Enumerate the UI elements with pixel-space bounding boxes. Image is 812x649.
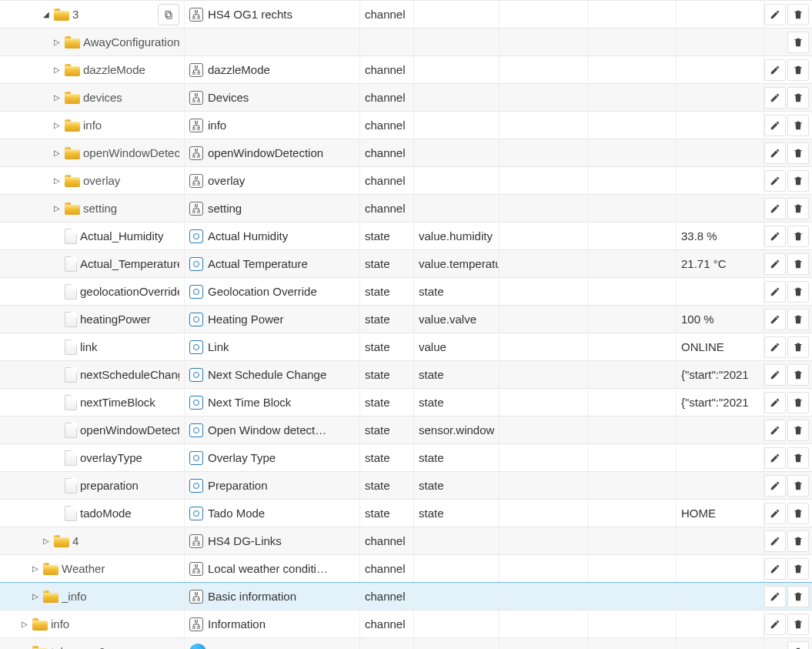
delete-button[interactable] xyxy=(787,281,809,303)
table-row[interactable]: openWindowDetectedOpen Window detect…sta… xyxy=(0,416,812,444)
table-row[interactable]: ▷settingsettingchannel xyxy=(0,195,812,222)
table-row[interactable]: ▷infoInformationchannel xyxy=(0,611,812,638)
delete-button[interactable] xyxy=(787,32,809,53)
edit-button[interactable] xyxy=(764,59,786,81)
expander-expand-icon[interactable]: ▷ xyxy=(52,176,62,186)
expander-expand-icon[interactable]: ▷ xyxy=(31,592,40,601)
delete-button[interactable] xyxy=(787,4,809,25)
cell-value[interactable] xyxy=(677,638,764,649)
delete-button[interactable] xyxy=(787,475,809,497)
edit-button[interactable] xyxy=(764,392,786,413)
delete-button[interactable] xyxy=(787,503,809,524)
cell-value[interactable] xyxy=(677,444,764,471)
table-row[interactable]: overlayTypeOverlay Typestatestate xyxy=(0,444,812,472)
edit-button[interactable] xyxy=(764,142,786,164)
cell-value[interactable]: HOME xyxy=(677,500,764,527)
delete-button[interactable] xyxy=(787,198,809,219)
delete-button[interactable] xyxy=(787,392,809,413)
delete-button[interactable] xyxy=(787,253,809,275)
cell-value[interactable]: 33.8 % xyxy=(677,222,764,249)
delete-button[interactable] xyxy=(787,614,809,635)
edit-button[interactable] xyxy=(764,447,786,469)
edit-button[interactable] xyxy=(764,586,786,607)
cell-value[interactable] xyxy=(677,139,764,166)
delete-button[interactable] xyxy=(787,447,809,469)
cell-value[interactable]: {"start":"2021 xyxy=(677,361,764,388)
edit-button[interactable] xyxy=(764,226,786,247)
table-row[interactable]: ▷dazzleModedazzleModechannel xyxy=(0,56,812,84)
expander-expand-icon[interactable]: ▷ xyxy=(52,204,62,213)
cell-value[interactable]: ONLINE xyxy=(677,333,764,360)
table-row[interactable]: ▷_infoBasic informationchannel xyxy=(0,583,812,611)
delete-button[interactable] xyxy=(787,142,809,164)
edit-button[interactable] xyxy=(764,336,786,358)
edit-button[interactable] xyxy=(764,198,786,219)
table-row[interactable]: tadoModeTado ModestatestateHOME xyxy=(0,500,812,527)
delete-button[interactable] xyxy=(787,59,809,81)
cell-value[interactable] xyxy=(677,84,764,111)
delete-button[interactable] xyxy=(787,170,809,192)
copy-button[interactable] xyxy=(158,4,179,25)
table-row[interactable]: ▷overlayoverlaychannel xyxy=(0,167,812,195)
delete-button[interactable] xyxy=(787,586,809,607)
delete-button[interactable] xyxy=(787,309,809,330)
edit-button[interactable] xyxy=(764,614,786,635)
expander-expand-icon[interactable]: ▷ xyxy=(42,537,51,546)
expander-expand-icon[interactable]: ▷ xyxy=(52,38,62,47)
edit-button[interactable] xyxy=(764,4,786,25)
edit-button[interactable] xyxy=(764,253,786,275)
expander-expand-icon[interactable]: ▷ xyxy=(52,93,62,102)
table-row[interactable]: ▷infoinfochannel xyxy=(0,112,812,139)
table-row[interactable]: linkLinkstatevalueONLINE xyxy=(0,333,812,361)
table-row[interactable]: telegram.0 xyxy=(0,638,812,649)
cell-value[interactable] xyxy=(677,583,764,610)
cell-value[interactable] xyxy=(677,472,764,499)
expander-expand-icon[interactable]: ▷ xyxy=(52,121,62,130)
cell-value[interactable] xyxy=(677,1,764,28)
delete-button[interactable] xyxy=(787,641,809,650)
table-row[interactable]: nextScheduleChangeNext Schedule Changest… xyxy=(0,361,812,389)
edit-button[interactable] xyxy=(764,309,786,330)
edit-button[interactable] xyxy=(764,420,786,441)
cell-value[interactable] xyxy=(677,555,764,582)
cell-value[interactable] xyxy=(677,56,764,83)
delete-button[interactable] xyxy=(787,558,809,580)
expander-expand-icon[interactable]: ▷ xyxy=(20,620,29,629)
cell-value[interactable] xyxy=(677,416,764,443)
expander-expand-icon[interactable]: ▷ xyxy=(52,65,62,75)
table-row[interactable]: Actual_HumidityActual Humiditystatevalue… xyxy=(0,222,812,250)
cell-value[interactable] xyxy=(677,611,764,637)
cell-value[interactable]: 21.71 °C xyxy=(677,250,764,277)
expander-collapse-icon[interactable]: ◢ xyxy=(42,10,51,19)
table-row[interactable]: ◢3HS4 OG1 rechtschannel xyxy=(0,1,812,28)
edit-button[interactable] xyxy=(764,364,786,386)
delete-button[interactable] xyxy=(787,420,809,441)
edit-button[interactable] xyxy=(764,503,786,524)
edit-button[interactable] xyxy=(764,170,786,192)
delete-button[interactable] xyxy=(787,87,809,109)
cell-value[interactable] xyxy=(677,195,764,222)
cell-value[interactable] xyxy=(677,112,764,139)
delete-button[interactable] xyxy=(787,336,809,358)
edit-button[interactable] xyxy=(764,281,786,303)
edit-button[interactable] xyxy=(764,530,786,552)
cell-value[interactable] xyxy=(677,278,764,305)
cell-value[interactable]: {"start":"2021 xyxy=(677,389,764,416)
table-row[interactable]: preparationPreparationstatestate xyxy=(0,472,812,500)
table-row[interactable]: ▷WeatherLocal weather conditi…channel xyxy=(0,555,812,583)
delete-button[interactable] xyxy=(787,364,809,386)
expander-expand-icon[interactable]: ▷ xyxy=(31,564,40,574)
edit-button[interactable] xyxy=(764,558,786,580)
cell-value[interactable] xyxy=(677,167,764,194)
table-row[interactable]: Actual_TemperatureActual Temperaturestat… xyxy=(0,250,812,278)
table-row[interactable]: heatingPowerHeating Powerstatevalue.valv… xyxy=(0,306,812,333)
table-row[interactable]: ▷AwayConfiguration xyxy=(0,28,812,56)
table-row[interactable]: geolocationOverrideGeolocation Overrides… xyxy=(0,278,812,306)
cell-value[interactable] xyxy=(677,28,764,55)
table-row[interactable]: ▷openWindowDetectionopenWindowDetectionc… xyxy=(0,139,812,167)
expander-expand-icon[interactable]: ▷ xyxy=(52,149,62,158)
delete-button[interactable] xyxy=(787,226,809,247)
table-row[interactable]: ▷devicesDeviceschannel xyxy=(0,84,812,112)
table-row[interactable]: nextTimeBlockNext Time Blockstatestate{"… xyxy=(0,389,812,416)
table-row[interactable]: ▷4HS4 DG-Linkschannel xyxy=(0,527,812,555)
